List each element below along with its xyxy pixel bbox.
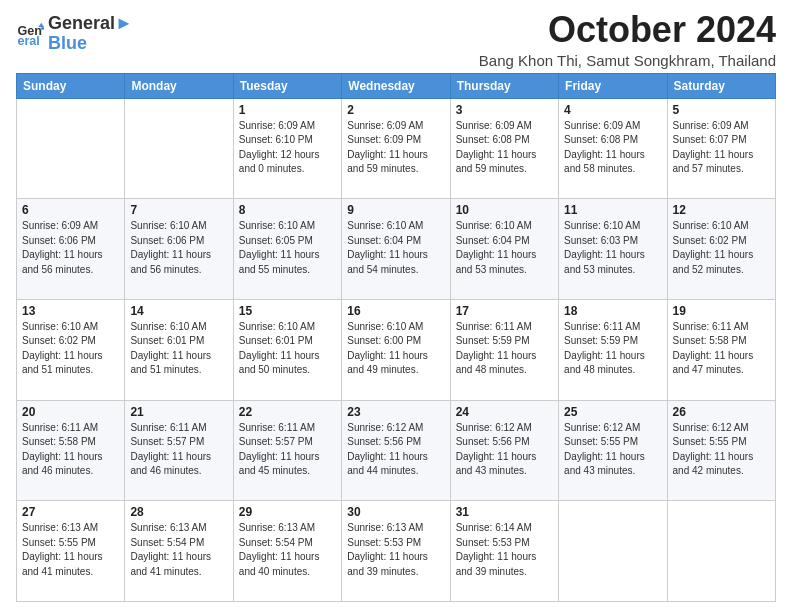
day-number: 25: [564, 405, 661, 419]
calendar-cell: 12Sunrise: 6:10 AM Sunset: 6:02 PM Dayli…: [667, 199, 775, 300]
day-number: 7: [130, 203, 227, 217]
day-number: 15: [239, 304, 336, 318]
logo-blue: Blue: [48, 34, 133, 54]
day-info: Sunrise: 6:09 AM Sunset: 6:06 PM Dayligh…: [22, 219, 119, 277]
day-info: Sunrise: 6:11 AM Sunset: 5:59 PM Dayligh…: [456, 320, 553, 378]
day-info: Sunrise: 6:14 AM Sunset: 5:53 PM Dayligh…: [456, 521, 553, 579]
day-info: Sunrise: 6:12 AM Sunset: 5:55 PM Dayligh…: [564, 421, 661, 479]
day-number: 2: [347, 103, 444, 117]
calendar-day-header: Tuesday: [233, 73, 341, 98]
calendar-cell: 29Sunrise: 6:13 AM Sunset: 5:54 PM Dayli…: [233, 501, 341, 602]
main-title: October 2024: [479, 10, 776, 50]
calendar-week-row: 20Sunrise: 6:11 AM Sunset: 5:58 PM Dayli…: [17, 400, 776, 501]
day-info: Sunrise: 6:13 AM Sunset: 5:55 PM Dayligh…: [22, 521, 119, 579]
calendar-cell: 6Sunrise: 6:09 AM Sunset: 6:06 PM Daylig…: [17, 199, 125, 300]
day-info: Sunrise: 6:11 AM Sunset: 5:58 PM Dayligh…: [673, 320, 770, 378]
calendar-cell: 28Sunrise: 6:13 AM Sunset: 5:54 PM Dayli…: [125, 501, 233, 602]
calendar-cell: 31Sunrise: 6:14 AM Sunset: 5:53 PM Dayli…: [450, 501, 558, 602]
day-number: 29: [239, 505, 336, 519]
calendar-cell: 22Sunrise: 6:11 AM Sunset: 5:57 PM Dayli…: [233, 400, 341, 501]
day-info: Sunrise: 6:10 AM Sunset: 6:03 PM Dayligh…: [564, 219, 661, 277]
calendar-cell: 15Sunrise: 6:10 AM Sunset: 6:01 PM Dayli…: [233, 299, 341, 400]
calendar-cell: 14Sunrise: 6:10 AM Sunset: 6:01 PM Dayli…: [125, 299, 233, 400]
logo-general: General►: [48, 14, 133, 34]
calendar-cell: 16Sunrise: 6:10 AM Sunset: 6:00 PM Dayli…: [342, 299, 450, 400]
day-info: Sunrise: 6:12 AM Sunset: 5:56 PM Dayligh…: [456, 421, 553, 479]
calendar-cell: 1Sunrise: 6:09 AM Sunset: 6:10 PM Daylig…: [233, 98, 341, 199]
day-number: 30: [347, 505, 444, 519]
calendar-cell: 27Sunrise: 6:13 AM Sunset: 5:55 PM Dayli…: [17, 501, 125, 602]
calendar-cell: 4Sunrise: 6:09 AM Sunset: 6:08 PM Daylig…: [559, 98, 667, 199]
calendar-week-row: 27Sunrise: 6:13 AM Sunset: 5:55 PM Dayli…: [17, 501, 776, 602]
calendar-week-row: 1Sunrise: 6:09 AM Sunset: 6:10 PM Daylig…: [17, 98, 776, 199]
calendar-day-header: Friday: [559, 73, 667, 98]
day-info: Sunrise: 6:10 AM Sunset: 6:02 PM Dayligh…: [22, 320, 119, 378]
calendar-cell: [125, 98, 233, 199]
day-number: 13: [22, 304, 119, 318]
calendar-cell: 19Sunrise: 6:11 AM Sunset: 5:58 PM Dayli…: [667, 299, 775, 400]
calendar-cell: 2Sunrise: 6:09 AM Sunset: 6:09 PM Daylig…: [342, 98, 450, 199]
day-number: 8: [239, 203, 336, 217]
day-number: 1: [239, 103, 336, 117]
day-number: 26: [673, 405, 770, 419]
day-number: 6: [22, 203, 119, 217]
header: Gen eral General► Blue October 2024 Bang…: [16, 10, 776, 69]
calendar-cell: 13Sunrise: 6:10 AM Sunset: 6:02 PM Dayli…: [17, 299, 125, 400]
calendar-week-row: 13Sunrise: 6:10 AM Sunset: 6:02 PM Dayli…: [17, 299, 776, 400]
page: Gen eral General► Blue October 2024 Bang…: [0, 0, 792, 612]
subtitle: Bang Khon Thi, Samut Songkhram, Thailand: [479, 52, 776, 69]
svg-text:eral: eral: [17, 34, 39, 48]
day-info: Sunrise: 6:10 AM Sunset: 6:01 PM Dayligh…: [130, 320, 227, 378]
day-info: Sunrise: 6:09 AM Sunset: 6:08 PM Dayligh…: [564, 119, 661, 177]
day-number: 11: [564, 203, 661, 217]
day-info: Sunrise: 6:10 AM Sunset: 6:05 PM Dayligh…: [239, 219, 336, 277]
day-info: Sunrise: 6:11 AM Sunset: 5:58 PM Dayligh…: [22, 421, 119, 479]
calendar-cell: 20Sunrise: 6:11 AM Sunset: 5:58 PM Dayli…: [17, 400, 125, 501]
day-number: 21: [130, 405, 227, 419]
calendar-cell: [559, 501, 667, 602]
calendar-table: SundayMondayTuesdayWednesdayThursdayFrid…: [16, 73, 776, 602]
day-number: 24: [456, 405, 553, 419]
day-number: 16: [347, 304, 444, 318]
day-info: Sunrise: 6:12 AM Sunset: 5:55 PM Dayligh…: [673, 421, 770, 479]
day-number: 27: [22, 505, 119, 519]
day-info: Sunrise: 6:09 AM Sunset: 6:09 PM Dayligh…: [347, 119, 444, 177]
day-number: 5: [673, 103, 770, 117]
calendar-header-row: SundayMondayTuesdayWednesdayThursdayFrid…: [17, 73, 776, 98]
day-info: Sunrise: 6:12 AM Sunset: 5:56 PM Dayligh…: [347, 421, 444, 479]
logo: Gen eral General► Blue: [16, 14, 133, 54]
day-info: Sunrise: 6:10 AM Sunset: 6:04 PM Dayligh…: [456, 219, 553, 277]
calendar-day-header: Saturday: [667, 73, 775, 98]
calendar-day-header: Wednesday: [342, 73, 450, 98]
calendar-day-header: Monday: [125, 73, 233, 98]
day-info: Sunrise: 6:11 AM Sunset: 5:57 PM Dayligh…: [130, 421, 227, 479]
calendar-cell: 7Sunrise: 6:10 AM Sunset: 6:06 PM Daylig…: [125, 199, 233, 300]
day-info: Sunrise: 6:11 AM Sunset: 5:59 PM Dayligh…: [564, 320, 661, 378]
day-info: Sunrise: 6:11 AM Sunset: 5:57 PM Dayligh…: [239, 421, 336, 479]
day-number: 22: [239, 405, 336, 419]
calendar-cell: 8Sunrise: 6:10 AM Sunset: 6:05 PM Daylig…: [233, 199, 341, 300]
day-info: Sunrise: 6:09 AM Sunset: 6:07 PM Dayligh…: [673, 119, 770, 177]
day-number: 4: [564, 103, 661, 117]
calendar-cell: 10Sunrise: 6:10 AM Sunset: 6:04 PM Dayli…: [450, 199, 558, 300]
day-info: Sunrise: 6:10 AM Sunset: 6:04 PM Dayligh…: [347, 219, 444, 277]
day-info: Sunrise: 6:13 AM Sunset: 5:54 PM Dayligh…: [130, 521, 227, 579]
calendar-week-row: 6Sunrise: 6:09 AM Sunset: 6:06 PM Daylig…: [17, 199, 776, 300]
calendar-cell: 9Sunrise: 6:10 AM Sunset: 6:04 PM Daylig…: [342, 199, 450, 300]
day-number: 28: [130, 505, 227, 519]
day-number: 9: [347, 203, 444, 217]
day-number: 17: [456, 304, 553, 318]
day-info: Sunrise: 6:13 AM Sunset: 5:53 PM Dayligh…: [347, 521, 444, 579]
calendar-cell: 18Sunrise: 6:11 AM Sunset: 5:59 PM Dayli…: [559, 299, 667, 400]
day-number: 23: [347, 405, 444, 419]
title-block: October 2024 Bang Khon Thi, Samut Songkh…: [479, 10, 776, 69]
day-info: Sunrise: 6:10 AM Sunset: 6:01 PM Dayligh…: [239, 320, 336, 378]
calendar-cell: 3Sunrise: 6:09 AM Sunset: 6:08 PM Daylig…: [450, 98, 558, 199]
day-number: 19: [673, 304, 770, 318]
day-info: Sunrise: 6:13 AM Sunset: 5:54 PM Dayligh…: [239, 521, 336, 579]
day-info: Sunrise: 6:10 AM Sunset: 6:02 PM Dayligh…: [673, 219, 770, 277]
calendar-cell: 21Sunrise: 6:11 AM Sunset: 5:57 PM Dayli…: [125, 400, 233, 501]
day-number: 20: [22, 405, 119, 419]
calendar-cell: 24Sunrise: 6:12 AM Sunset: 5:56 PM Dayli…: [450, 400, 558, 501]
calendar-cell: [17, 98, 125, 199]
